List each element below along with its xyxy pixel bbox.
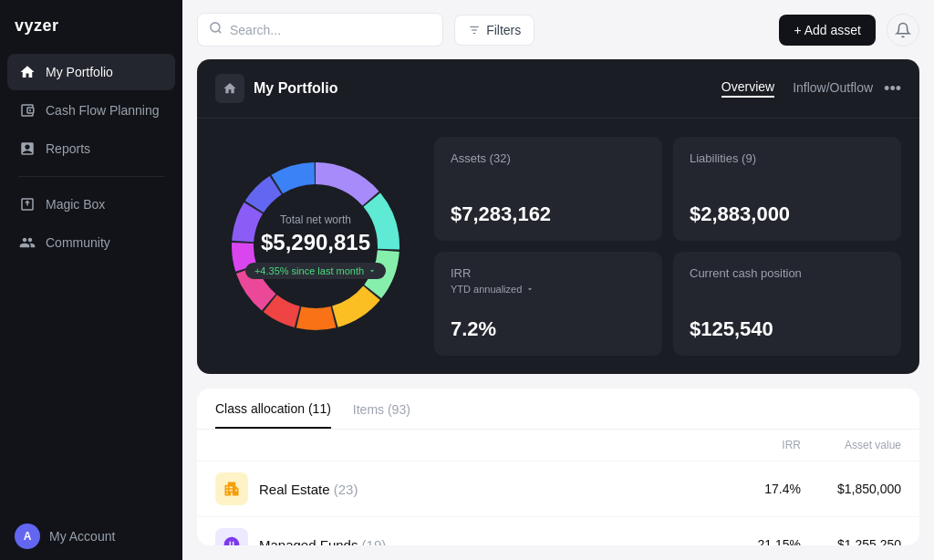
sidebar-item-magic-box[interactable]: Magic Box bbox=[7, 186, 175, 223]
wallet-icon bbox=[18, 101, 36, 119]
filters-label: Filters bbox=[486, 23, 521, 37]
table-row[interactable]: Real Estate (23) 17.4% $1,850,000 bbox=[197, 461, 919, 516]
donut-badge-text: +4.35% since last month bbox=[254, 265, 364, 276]
avatar: A bbox=[15, 524, 40, 549]
real-estate-name: Real Estate (23) bbox=[259, 482, 728, 497]
add-asset-button[interactable]: + Add asset bbox=[779, 15, 876, 46]
table-row[interactable]: Managed Funds (19) 21.15% $1,255,250 bbox=[197, 516, 919, 545]
search-input[interactable] bbox=[230, 23, 431, 37]
stat-value-assets: $7,283,162 bbox=[451, 202, 646, 226]
svg-point-1 bbox=[211, 23, 220, 32]
table-tabs: Class allocation (11) Items (93) bbox=[197, 389, 919, 430]
managed-funds-irr: 21.15% bbox=[728, 537, 801, 545]
stat-value-cash: $125,540 bbox=[690, 317, 885, 341]
real-estate-icon bbox=[215, 472, 248, 505]
community-icon bbox=[18, 233, 36, 252]
stat-card-cash: Current cash position $125,540 bbox=[673, 252, 901, 356]
tab-inflow-outflow[interactable]: Inflow/Outflow bbox=[793, 80, 873, 97]
managed-funds-value: $1,255,250 bbox=[801, 537, 901, 545]
managed-funds-name: Managed Funds (19) bbox=[259, 537, 728, 546]
search-bar[interactable] bbox=[197, 13, 443, 47]
allocation-table: Class allocation (11) Items (93) IRR Ass… bbox=[197, 389, 919, 545]
search-icon bbox=[209, 21, 223, 38]
donut-value: $5,290,815 bbox=[245, 230, 386, 255]
portfolio-card: My Portfolio Overview Inflow/Outflow •••… bbox=[197, 59, 919, 374]
more-options-icon[interactable]: ••• bbox=[884, 79, 901, 99]
portfolio-header: My Portfolio Overview Inflow/Outflow ••• bbox=[197, 59, 919, 119]
notifications-button[interactable] bbox=[887, 14, 919, 47]
irr-sublabel: YTD annualized bbox=[451, 284, 646, 295]
stats-grid: Assets (32) $7,283,162 Liabilities (9) $… bbox=[434, 137, 901, 356]
sidebar-item-community[interactable]: Community bbox=[7, 224, 175, 261]
real-estate-irr: 17.4% bbox=[728, 482, 801, 496]
stat-card-assets: Assets (32) $7,283,162 bbox=[434, 137, 662, 241]
stat-label-cash: Current cash position bbox=[690, 266, 885, 280]
my-account-label: My Account bbox=[49, 529, 115, 544]
managed-funds-icon bbox=[215, 528, 248, 545]
tab-class-allocation[interactable]: Class allocation (11) bbox=[215, 401, 331, 429]
sidebar-item-my-portfolio[interactable]: My Portfolio bbox=[7, 54, 175, 90]
donut-badge: +4.35% since last month bbox=[245, 263, 386, 279]
portfolio-body: Total net worth $5,290,815 +4.35% since … bbox=[197, 119, 919, 374]
donut-chart: Total net worth $5,290,815 +4.35% since … bbox=[215, 137, 416, 356]
stat-card-irr: IRR YTD annualized 7.2% bbox=[434, 252, 662, 356]
app-logo: vyzer bbox=[0, 0, 182, 54]
sidebar-label-community: Community bbox=[46, 235, 110, 250]
magic-box-icon bbox=[18, 195, 36, 213]
stat-value-liabilities: $2,883,000 bbox=[690, 202, 885, 226]
sidebar-label-reports: Reports bbox=[46, 141, 90, 156]
sidebar-label-my-portfolio: My Portfolio bbox=[46, 65, 113, 79]
table-header: IRR Asset value bbox=[197, 430, 919, 461]
svg-point-0 bbox=[29, 109, 31, 111]
donut-label: Total net worth bbox=[245, 213, 386, 226]
stat-card-liabilities: Liabilities (9) $2,883,000 bbox=[673, 137, 901, 241]
main-content: Filters + Add asset My Portfolio Overvie… bbox=[182, 0, 934, 560]
sidebar-label-cash-flow: Cash Flow Planning bbox=[46, 103, 160, 118]
topbar: Filters + Add asset bbox=[182, 0, 934, 59]
stat-value-irr: 7.2% bbox=[451, 317, 646, 341]
home-icon bbox=[18, 63, 36, 81]
col-value-header: Asset value bbox=[801, 439, 901, 451]
portfolio-header-icon bbox=[215, 74, 244, 103]
tab-overview[interactable]: Overview bbox=[721, 79, 774, 98]
donut-center: Total net worth $5,290,815 +4.35% since … bbox=[245, 213, 386, 279]
real-estate-value: $1,850,000 bbox=[801, 482, 901, 496]
sidebar-divider bbox=[18, 176, 164, 177]
my-account[interactable]: A My Account bbox=[0, 513, 182, 560]
sidebar-nav: My Portfolio Cash Flow Planning Reports … bbox=[0, 54, 182, 513]
tab-items[interactable]: Items (93) bbox=[353, 402, 410, 428]
portfolio-tabs: Overview Inflow/Outflow bbox=[721, 79, 873, 98]
filters-button[interactable]: Filters bbox=[454, 15, 534, 46]
stat-label-assets: Assets (32) bbox=[451, 151, 646, 165]
stat-label-irr: IRR bbox=[451, 266, 646, 280]
reports-icon bbox=[18, 140, 36, 158]
sidebar-label-magic-box: Magic Box bbox=[46, 197, 105, 212]
sidebar-item-cash-flow-planning[interactable]: Cash Flow Planning bbox=[7, 92, 175, 129]
portfolio-title: My Portfolio bbox=[254, 80, 721, 97]
sidebar-item-reports[interactable]: Reports bbox=[7, 130, 175, 167]
sidebar: vyzer My Portfolio Cash Flow Planning Re… bbox=[0, 0, 182, 560]
col-irr-header: IRR bbox=[728, 439, 801, 451]
stat-label-liabilities: Liabilities (9) bbox=[690, 151, 885, 165]
